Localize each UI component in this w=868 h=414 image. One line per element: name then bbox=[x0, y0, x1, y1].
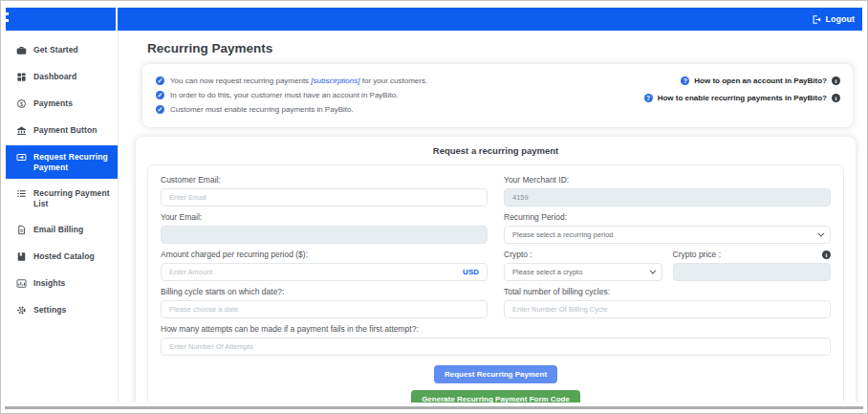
question-circle-icon: ? bbox=[644, 94, 653, 102]
sidebar-item-label: Payments bbox=[33, 98, 73, 109]
window-bottom-edge bbox=[5, 406, 863, 409]
help-link-enable-recurring[interactable]: ? How to enable recurring payments in Pa… bbox=[644, 94, 840, 102]
crypto-price-field-wrap bbox=[673, 263, 832, 281]
sidebar-item-payments[interactable]: $ Payments bbox=[6, 92, 118, 116]
billing-date-label: Billing cycle starts on which date?: bbox=[161, 287, 488, 296]
svg-text:$: $ bbox=[20, 101, 23, 107]
main-content: Recurring Payments ✓ You can now request… bbox=[119, 31, 862, 403]
sidebar-item-label: Payment Button bbox=[33, 125, 98, 136]
crypto-field-group: Crypto : Please select a crypto bbox=[504, 244, 662, 281]
sidebar-item-email-billing[interactable]: Email Billing bbox=[6, 218, 118, 242]
info-circle-icon[interactable]: i bbox=[822, 251, 831, 259]
your-email-field-wrap bbox=[161, 226, 488, 244]
subscriptions-link[interactable]: [subscirptions] bbox=[311, 76, 359, 85]
info-card: ✓ You can now request recurring payments… bbox=[142, 64, 853, 127]
check-circle-icon: ✓ bbox=[156, 76, 164, 85]
grid-icon bbox=[16, 72, 27, 82]
help-link-label: How to open an account in PayBito? bbox=[694, 76, 827, 85]
crypto-price-label-text: Crypto price : bbox=[673, 250, 722, 259]
bank-icon bbox=[16, 125, 27, 136]
sidebar-item-label: Get Started bbox=[33, 45, 78, 55]
question-circle-icon: ? bbox=[681, 76, 689, 85]
billing-cycles-field-wrap bbox=[504, 300, 831, 318]
generate-form-code-button[interactable]: Generate Recurring Payment Form Code bbox=[411, 390, 580, 403]
request-recurring-payment-button[interactable]: Request Recurring Payment bbox=[434, 365, 557, 383]
sidebar-item-label: Hosted Catalog bbox=[33, 251, 95, 262]
card-send-icon bbox=[16, 152, 27, 163]
request-payment-card: Request a recurring payment Customer Ema… bbox=[136, 137, 856, 403]
logout-icon bbox=[812, 14, 822, 25]
currency-suffix: USD bbox=[463, 268, 479, 276]
crypto-price-field-group: Crypto price : i bbox=[673, 244, 832, 281]
customer-email-label: Customer Email: bbox=[161, 175, 488, 185]
app-window: Logout Get Started Dashboard $ Payments … bbox=[0, 0, 868, 414]
document-icon bbox=[16, 225, 27, 235]
customer-email-input[interactable] bbox=[169, 193, 479, 202]
sidebar-item-request-recurring-payment[interactable]: Request Recurring Payment bbox=[6, 145, 118, 179]
chevron-down-icon bbox=[817, 230, 824, 237]
amount-label: Amount charged per recurring period ($): bbox=[161, 250, 488, 259]
sidebar-item-dashboard[interactable]: Dashboard bbox=[6, 65, 118, 89]
note-prefix: You can now request recurring payments bbox=[170, 76, 311, 85]
attempts-label: How many attempts can be made if a payme… bbox=[161, 324, 831, 334]
your-email-input bbox=[169, 230, 479, 239]
briefcase-icon bbox=[16, 45, 27, 55]
billing-cycles-label: Total number of billing cycles: bbox=[504, 287, 831, 296]
sidebar-item-settings[interactable]: Settings bbox=[6, 298, 118, 322]
amount-input[interactable] bbox=[169, 268, 457, 276]
check-circle-icon: ✓ bbox=[156, 105, 164, 114]
sidebar-item-label: Settings bbox=[33, 305, 66, 316]
sidebar-item-get-started[interactable]: Get Started bbox=[6, 38, 118, 62]
note-text: In order to do this, your customer must … bbox=[170, 91, 398, 99]
sidebar-item-recurring-payment-list[interactable]: Recurring Payment List bbox=[6, 182, 118, 215]
merchant-id-field-wrap bbox=[504, 188, 831, 207]
help-links: ? How to open an account in PayBito? i ?… bbox=[644, 71, 840, 111]
book-icon bbox=[16, 251, 27, 262]
crypto-selected-value: Please select a crypto bbox=[512, 268, 643, 276]
billing-date-input[interactable] bbox=[169, 305, 479, 314]
sidebar-item-label: Email Billing bbox=[33, 225, 83, 235]
help-link-open-account[interactable]: ? How to open an account in PayBito? i bbox=[644, 76, 840, 85]
sidebar-item-label: Request Recurring Payment bbox=[33, 152, 112, 172]
attempts-field-wrap bbox=[161, 338, 831, 356]
sidebar-item-label: Recurring Payment List bbox=[33, 188, 112, 208]
info-circle-icon: i bbox=[832, 94, 840, 102]
brand-area bbox=[6, 8, 118, 31]
attempts-input[interactable] bbox=[169, 342, 822, 351]
sidebar-item-label: Dashboard bbox=[33, 72, 76, 82]
crypto-price-input bbox=[682, 268, 823, 276]
form-right-column: Your Merchant ID: Recurring Period: Plea… bbox=[504, 169, 831, 318]
request-payment-form: Customer Email: Your Email: Amount charg… bbox=[147, 164, 844, 403]
dollar-circle-icon: $ bbox=[16, 98, 27, 109]
note-suffix: for your customers. bbox=[359, 76, 427, 85]
sidebar-item-insights[interactable]: Insights bbox=[6, 272, 118, 295]
sidebar-item-label: Insights bbox=[33, 278, 65, 289]
note-text: You can now request recurring payments [… bbox=[170, 76, 427, 85]
merchant-id-label: Your Merchant ID: bbox=[504, 175, 831, 185]
merchant-id-input bbox=[512, 193, 822, 202]
chevron-down-icon bbox=[649, 268, 656, 274]
billing-date-field-wrap bbox=[161, 300, 488, 318]
help-link-label: How to enable recurring payments in PayB… bbox=[658, 94, 827, 102]
crypto-label: Crypto : bbox=[504, 250, 662, 259]
gear-icon bbox=[16, 305, 27, 316]
sidebar-item-payment-button[interactable]: Payment Button bbox=[6, 119, 118, 142]
info-circle-icon: i bbox=[832, 76, 840, 85]
list-icon bbox=[16, 188, 27, 199]
chart-icon bbox=[16, 278, 27, 289]
sidebar: Get Started Dashboard $ Payments Payment… bbox=[6, 31, 119, 403]
form-left-column: Customer Email: Your Email: Amount charg… bbox=[161, 169, 488, 318]
customer-email-field-wrap bbox=[161, 188, 488, 207]
sidebar-item-hosted-catalog[interactable]: Hosted Catalog bbox=[6, 245, 118, 269]
logout-button[interactable]: Logout bbox=[812, 8, 856, 31]
crypto-price-label: Crypto price : i bbox=[673, 250, 832, 259]
recurring-period-select[interactable]: Please select a recurring period bbox=[504, 226, 831, 244]
brand-logo-fragment bbox=[6, 12, 9, 25]
crypto-select[interactable]: Please select a crypto bbox=[504, 263, 662, 281]
form-heading: Request a recurring payment bbox=[147, 145, 844, 156]
note-text: Customer must enable recurring payments … bbox=[170, 105, 354, 114]
billing-cycles-input[interactable] bbox=[512, 305, 822, 314]
recurring-period-label: Recurring Period: bbox=[504, 212, 831, 222]
logout-label: Logout bbox=[826, 14, 856, 24]
amount-field-wrap: USD bbox=[161, 263, 488, 281]
